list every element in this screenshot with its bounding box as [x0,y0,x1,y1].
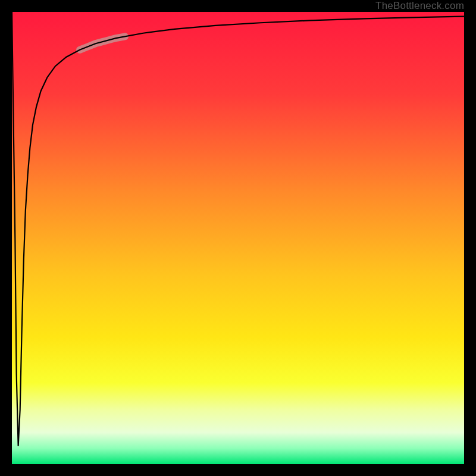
watermark-text: TheBottleneck.com [375,0,464,12]
curve-layer [12,12,464,464]
chart-stage: TheBottleneck.com [0,0,476,476]
curve-line [12,12,464,446]
plot-area [12,12,464,464]
